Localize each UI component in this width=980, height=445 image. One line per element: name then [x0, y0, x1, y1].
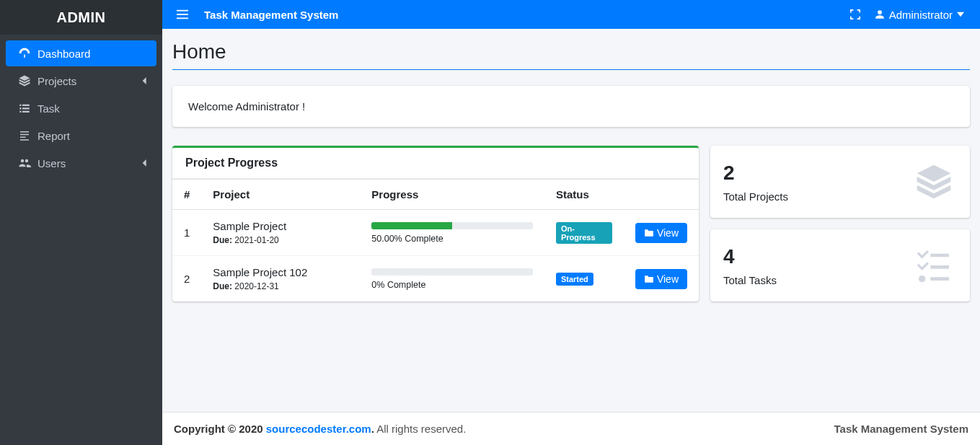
- col-index: #: [172, 180, 201, 210]
- expand-icon: [850, 9, 860, 19]
- card-title: Project Progress: [172, 148, 699, 179]
- sidebar: ADMIN Dashboard Projects Task: [0, 0, 162, 445]
- app-title: Task Management System: [204, 9, 338, 21]
- status-badge: Started: [556, 273, 593, 286]
- cell-progress: 50.00% Complete: [360, 210, 544, 256]
- cell-project: Sample Project 102Due: 2020-12-31: [201, 256, 360, 302]
- tasks-icon: [911, 245, 957, 286]
- sidebar-item-label: Dashboard: [37, 48, 90, 60]
- footer-right: Task Management System: [834, 423, 968, 435]
- dashboard-icon: [16, 47, 33, 60]
- layers-icon: [911, 162, 957, 202]
- page-title: Home: [172, 36, 970, 70]
- task-icon: [16, 102, 33, 115]
- status-badge: On-Progress: [556, 222, 612, 244]
- view-button[interactable]: View: [635, 223, 687, 243]
- user-menu[interactable]: Administrator: [868, 6, 971, 24]
- svg-rect-1: [177, 14, 188, 15]
- footer: Copyright © 2020 sourcecodester.com. All…: [162, 412, 980, 445]
- total-tasks-box: 4 Total Tasks: [710, 229, 970, 301]
- welcome-card: Welcome Administrator !: [172, 86, 970, 127]
- users-icon: [16, 157, 33, 169]
- col-action: [624, 180, 699, 210]
- chevron-left-icon: [142, 77, 148, 84]
- svg-rect-2: [177, 17, 188, 19]
- cell-status: Started: [544, 256, 624, 302]
- project-progress-table: # Project Progress Status 1Sample Projec…: [172, 179, 699, 301]
- sidebar-item-projects[interactable]: Projects: [6, 68, 156, 94]
- bars-icon: [177, 9, 188, 19]
- cell-project: Sample ProjectDue: 2021-01-20: [201, 210, 360, 256]
- sidebar-item-label: Users: [37, 157, 66, 169]
- brand-logo: ADMIN: [0, 0, 162, 35]
- sidebar-item-users[interactable]: Users: [6, 150, 156, 176]
- footer-copyright: Copyright © 2020: [174, 423, 266, 435]
- sidebar-nav: Dashboard Projects Task Report: [0, 35, 162, 176]
- footer-site-link[interactable]: sourcecodester.com: [266, 423, 371, 435]
- col-status: Status: [544, 180, 624, 210]
- user-name: Administrator: [889, 9, 953, 21]
- svg-rect-0: [177, 10, 188, 12]
- progress-bar: [371, 222, 533, 229]
- view-button[interactable]: View: [635, 269, 687, 289]
- cell-status: On-Progress: [544, 210, 624, 256]
- user-icon: [875, 9, 885, 19]
- sidebar-item-label: Projects: [37, 75, 76, 87]
- fullscreen-button[interactable]: [843, 6, 868, 22]
- folder-icon: [644, 275, 654, 283]
- stat-value: 4: [723, 245, 777, 268]
- cell-index: 1: [172, 210, 201, 256]
- sidebar-item-report[interactable]: Report: [6, 123, 156, 149]
- col-progress: Progress: [360, 180, 544, 210]
- report-icon: [16, 129, 33, 142]
- total-projects-box: 2 Total Projects: [710, 146, 970, 218]
- chevron-down-icon: [957, 12, 964, 17]
- welcome-text: Welcome Administrator !: [188, 100, 305, 113]
- folder-icon: [644, 229, 654, 237]
- cell-action: View: [624, 210, 699, 256]
- cell-progress: 0% Complete: [360, 256, 544, 302]
- layers-icon: [16, 74, 33, 87]
- stat-value: 2: [723, 162, 788, 185]
- stat-label: Total Projects: [723, 190, 788, 203]
- project-progress-card: Project Progress # Project Progress Stat…: [172, 146, 699, 301]
- menu-toggle-button[interactable]: [171, 6, 194, 22]
- table-row: 1Sample ProjectDue: 2021-01-2050.00% Com…: [172, 210, 699, 256]
- sidebar-item-label: Task: [37, 102, 60, 115]
- footer-rights: All rights reserved.: [374, 423, 467, 435]
- progress-bar: [371, 268, 533, 276]
- table-row: 2Sample Project 102Due: 2020-12-310% Com…: [172, 256, 699, 302]
- topbar: Task Management System Administrator: [162, 0, 980, 29]
- cell-action: View: [624, 256, 699, 302]
- col-project: Project: [201, 180, 360, 210]
- sidebar-item-label: Report: [37, 130, 70, 142]
- stat-label: Total Tasks: [723, 274, 777, 286]
- sidebar-item-task[interactable]: Task: [6, 95, 156, 121]
- cell-index: 2: [172, 256, 201, 302]
- chevron-left-icon: [142, 159, 148, 167]
- sidebar-item-dashboard[interactable]: Dashboard: [6, 40, 156, 66]
- main-content: Home Welcome Administrator ! Project Pro…: [162, 29, 980, 412]
